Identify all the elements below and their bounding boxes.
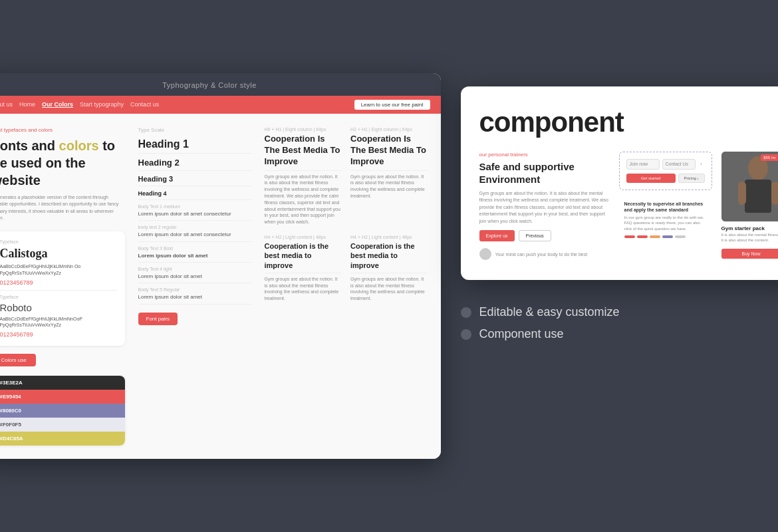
component-title: component — [479, 106, 779, 138]
feature-item-1: Editable & easy customize — [461, 305, 779, 319]
info-row-2: Get started Pricing › — [626, 174, 705, 183]
gym-right: $55 /m Gym starter pack It is also about… — [721, 152, 779, 261]
feature-dot-2 — [461, 329, 471, 340]
feature-text-1: Editable & easy customize — [479, 305, 620, 319]
article-item-4: H4 + H2 | Light content | 48px Cooperati… — [350, 235, 428, 302]
color-dark: #3E3E2A — [0, 376, 125, 390]
typeface-label-2: Typeface — [0, 295, 117, 299]
article-desc-2: Gym groups are about the notion. It is a… — [350, 174, 428, 200]
colors-btn[interactable]: Colors use — [0, 354, 36, 366]
explore-btn[interactable]: Explore us — [479, 230, 515, 241]
font-card: Typeface Calistoga AaBbCcDdEeFfGgHhIiJjK… — [0, 231, 125, 346]
article-item-3: H4 + H2 | Light content | 48px Cooperati… — [265, 235, 342, 302]
gym-image-box: $55 /m — [721, 152, 779, 221]
gym-price-badge: $55 /m — [761, 154, 778, 161]
card-content: Best typefaces and colors Fonts and colo… — [0, 114, 441, 459]
body-text-4: Lorem ipsum dolor sit amet — [138, 273, 251, 283]
article-title-4: Cooperation is the best media to improve — [350, 241, 428, 273]
article-meta-4: H4 + H2 | Light content | 48px — [350, 235, 428, 239]
previous-btn[interactable]: Previous — [519, 230, 551, 241]
body-label-1: Body Text 1 medium — [138, 204, 251, 209]
dot-3 — [650, 235, 660, 238]
dot-1 — [624, 235, 635, 238]
feature-item-2: Component use — [461, 327, 779, 341]
body-text-3: Lorem ipsum dolor sit amet — [138, 253, 251, 263]
right-area: component our personal trainers Safe and… — [461, 73, 779, 350]
chevron-icon: › — [698, 159, 705, 170]
section-label: Best typefaces and colors — [0, 127, 125, 133]
main-card: Typhography & Color style About us Home … — [0, 73, 441, 459]
svg-rect-4 — [771, 182, 779, 205]
progress-title: Necessity to supervise all branches and … — [624, 201, 707, 213]
typeface-label-1: Typeface — [0, 239, 117, 244]
gym-heading: Safe and supportive Environment — [479, 160, 610, 186]
gym-quote-area: Your mind can push your body to do the b… — [479, 248, 610, 260]
svg-rect-3 — [738, 182, 746, 205]
middle-section: Type Scale Heading 1 Heading 2 Heading 3… — [138, 127, 251, 446]
nav-bar: About us Home Our Colors Start typograph… — [0, 96, 441, 114]
gym-avatar — [479, 248, 491, 260]
svg-rect-2 — [745, 180, 771, 213]
color-blue: #8080C0 — [0, 404, 125, 418]
gym-desc: Gym groups are about the notion. It is a… — [479, 190, 610, 225]
font-chars-1: AaBbCcDdEeFfGgHhIiJjKkLlMmNn Oo PpQqRrSs… — [0, 263, 117, 277]
info-box: Join now Contact Us › Get started Pricin… — [619, 152, 712, 190]
article-grid: H6 + H1 | Eight column | 64px Cooperatio… — [265, 127, 428, 302]
hero-desc: It generates a placeholder version of th… — [0, 194, 125, 222]
article-desc-1: Gym groups are about the notion. It is a… — [265, 174, 342, 225]
gym-center: Join now Contact Us › Get started Pricin… — [619, 152, 712, 261]
info-box-row-1: Join now Contact Us › — [626, 159, 705, 170]
article-meta-3: H4 + H2 | Light content | 48px — [265, 235, 342, 239]
nav-cta-button[interactable]: Learn to use our free paint — [354, 100, 430, 110]
body-label-4: Body Text 4 light — [138, 267, 251, 271]
article-item-1: H6 + H1 | Eight column | 64px Cooperatio… — [265, 127, 342, 225]
color-palette-card: #3E3E2A #E95454 #8080C0 #F0F0F5 #D4C85A — [0, 376, 125, 446]
nav-link-contact[interactable]: Contact us — [130, 101, 159, 108]
color-light: #F0F0F5 — [0, 418, 125, 432]
features-list: Editable & easy customize Component use — [461, 305, 779, 349]
nav-link-about[interactable]: About us — [0, 101, 13, 108]
card-title: Typhography & Color style — [162, 81, 257, 89]
nav-link-home[interactable]: Home — [19, 101, 35, 108]
body-text-5: Lorem ipsum dolor sit amet — [138, 294, 251, 304]
article-title-1: Cooperation Is The Best Media To Improve — [265, 134, 342, 171]
gym-pack-desc: It is also about the mental fitness. It … — [721, 233, 779, 243]
component-inner: our personal trainers Safe and supportiv… — [479, 152, 779, 261]
contact-input[interactable]: Contact Us — [662, 159, 696, 170]
font-num-2: 0123456789 — [0, 331, 117, 338]
body-text-1: Lorem ipsum dolor sit amet consectetur — [138, 211, 251, 221]
font-name-1: Calistoga — [0, 247, 117, 261]
component-card: component our personal trainers Safe and… — [461, 86, 779, 281]
buy-now-btn[interactable]: Buy Now — [721, 249, 779, 259]
gym-quote: Your mind can push your body to do the b… — [495, 251, 588, 257]
gym-person-svg — [721, 152, 779, 221]
font-name-2: Roboto — [0, 302, 117, 313]
body-label-3: Body Text 3 Bold — [138, 246, 251, 251]
body-label-2: body text 2 regular — [138, 225, 251, 229]
body-label-5: Body Text 5 Regular — [138, 287, 251, 292]
font-pairs-btn[interactable]: Font pairs — [138, 313, 178, 325]
gym-pack-label: Gym starter pack — [721, 225, 779, 231]
info-progress: Necessity to supervise all branches and … — [619, 196, 712, 243]
hero-text: Fonts and colors to be used on the websi… — [0, 137, 125, 189]
gym-left: our personal trainers Safe and supportiv… — [479, 152, 610, 261]
progress-desc: In our gym group are really to the do wi… — [624, 215, 707, 231]
get-started-btn[interactable]: Get started — [626, 174, 676, 183]
heading-2: Heading 2 — [138, 158, 251, 171]
feature-dot-1 — [461, 307, 471, 318]
font-num-1: 0123456789 — [0, 279, 117, 286]
type-scale-label: Type Scale — [138, 127, 251, 133]
font-chars-2: AaBbCcDdEeFfGgHhIiJjKkLlMmNnOoP PpQqRrSs… — [0, 316, 117, 329]
article-meta-2: H2 + H1 | Eight column | 64px — [350, 127, 428, 132]
dot-4 — [662, 235, 673, 238]
article-item-2: H2 + H1 | Eight column | 64px Cooperatio… — [350, 127, 428, 225]
dot-2 — [637, 235, 648, 238]
color-red: #E95454 — [0, 390, 125, 404]
nav-link-typography[interactable]: Start typography — [80, 101, 124, 108]
progress-dots — [624, 235, 707, 238]
article-desc-3: Gym groups are about the notion. It is a… — [265, 276, 342, 302]
pricing-btn[interactable]: Pricing › — [678, 174, 705, 183]
heading-4: Heading 4 — [138, 190, 251, 200]
nav-link-colors[interactable]: Our Colors — [42, 101, 73, 108]
join-input[interactable]: Join now — [626, 159, 660, 170]
